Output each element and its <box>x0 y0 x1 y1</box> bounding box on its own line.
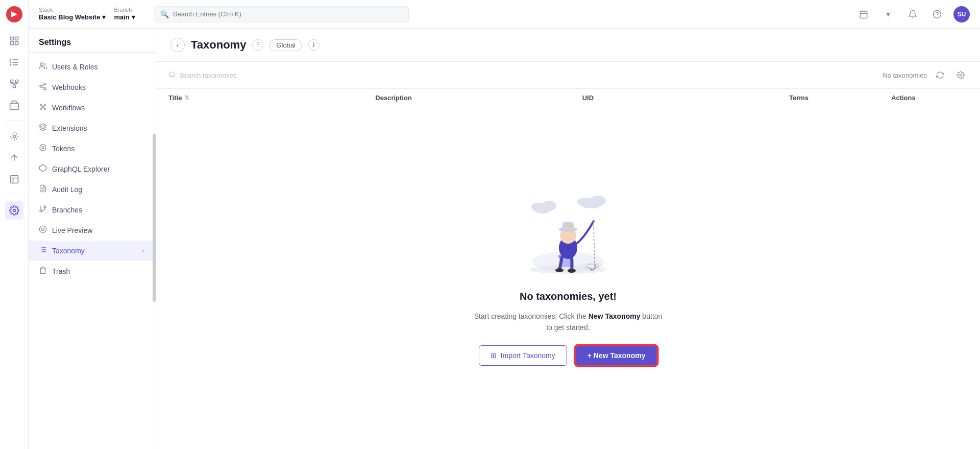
app-logo[interactable] <box>6 6 22 22</box>
settings-sidebar: Settings Users & Roles <box>29 29 156 449</box>
nav-divider <box>6 121 22 121</box>
nav-icon-environments[interactable] <box>5 127 23 146</box>
global-badge[interactable]: Global <box>270 39 302 51</box>
sidebar-item-tokens[interactable]: Tokens <box>29 138 156 159</box>
nav-icon-publish[interactable] <box>5 149 23 167</box>
refresh-button[interactable] <box>933 68 947 82</box>
svg-point-29 <box>44 83 46 85</box>
table-search-placeholder: Search taxonomies <box>180 72 236 79</box>
topbar-right: ▾ SU <box>855 6 970 22</box>
nav-icon-assets[interactable] <box>5 96 23 114</box>
table-search[interactable]: Search taxonomies <box>168 71 236 80</box>
sidebar-item-label: Users & Roles <box>52 63 97 71</box>
branch-name[interactable]: main ▾ <box>114 13 135 21</box>
sidebar-item-branches[interactable]: Branches <box>29 200 156 220</box>
import-icon: ⊞ <box>491 351 497 360</box>
svg-point-44 <box>42 147 44 149</box>
taxonomy-chevron-icon: › <box>142 247 144 254</box>
empty-state-title: No taxonomies, yet! <box>520 291 617 302</box>
sidebar-item-trash[interactable]: Trash <box>29 261 156 281</box>
new-taxonomy-button[interactable]: + New Taxonomy <box>575 345 658 366</box>
nav-icon-releases[interactable] <box>5 170 23 188</box>
sidebar-item-taxonomy[interactable]: Taxonomy › <box>29 241 156 261</box>
col-uid: UID <box>582 94 789 102</box>
sidebar-item-label: Tokens <box>52 145 75 153</box>
svg-point-77 <box>531 203 544 211</box>
no-taxonomies-label: No taxonomies <box>883 72 927 79</box>
sidebar-item-label: Workflows <box>52 104 85 112</box>
webhooks-icon <box>39 82 47 92</box>
svg-line-32 <box>42 87 44 88</box>
stack-name[interactable]: Basic Blog Website ▾ <box>39 13 106 21</box>
sidebar-item-graphql[interactable]: GraphQL Explorer <box>29 159 156 179</box>
workflows-icon <box>39 103 47 113</box>
branches-icon <box>39 205 47 215</box>
sidebar-item-label: Webhooks <box>52 83 86 91</box>
sidebar-item-extensions[interactable]: Extensions <box>29 118 156 138</box>
sort-icon[interactable]: ⇅ <box>184 94 189 101</box>
svg-line-33 <box>42 84 44 86</box>
svg-point-10 <box>10 64 11 65</box>
search-input[interactable] <box>173 10 402 18</box>
svg-point-52 <box>41 228 44 230</box>
taxonomy-page: ‹ Taxonomy ? Global ℹ Search tax <box>156 29 980 449</box>
page-title: Taxonomy <box>191 38 246 52</box>
search-icon: 🔍 <box>160 10 169 18</box>
nav-icon-schema[interactable] <box>5 75 23 93</box>
help-icon[interactable] <box>929 6 945 22</box>
sidebar-item-live-preview[interactable]: Live Preview <box>29 220 156 241</box>
svg-rect-20 <box>10 176 18 183</box>
table-search-icon <box>168 71 176 80</box>
icon-nav <box>0 0 29 449</box>
sidebar-item-users-roles[interactable]: Users & Roles <box>29 57 156 77</box>
user-avatar[interactable]: SU <box>953 6 970 22</box>
extensions-icon <box>39 123 47 133</box>
empty-actions: ⊞ Import Taxonomy + New Taxonomy <box>479 345 658 366</box>
sidebar-items: Users & Roles Webhooks <box>29 53 156 449</box>
nav-icon-content[interactable] <box>5 53 23 72</box>
nav-icon-settings[interactable] <box>5 201 23 220</box>
svg-rect-1 <box>10 37 13 40</box>
svg-point-8 <box>10 59 11 60</box>
nav-icon-dashboard[interactable] <box>5 32 23 50</box>
svg-line-42 <box>43 107 44 109</box>
svg-point-79 <box>590 196 606 206</box>
col-description: Description <box>375 94 582 102</box>
svg-point-80 <box>577 198 592 206</box>
svg-rect-2 <box>15 37 18 40</box>
sidebar-item-label: Audit Log <box>52 185 82 194</box>
svg-point-61 <box>960 74 962 76</box>
svg-rect-18 <box>10 103 18 110</box>
svg-rect-4 <box>10 42 13 45</box>
page-info-icon[interactable]: ℹ <box>308 39 320 51</box>
stack-label: Stack <box>39 7 106 13</box>
sidebar-item-label: Branches <box>52 206 82 214</box>
sidebar-item-workflows[interactable]: Workflows <box>29 98 156 118</box>
search-bar[interactable]: 🔍 <box>154 6 409 22</box>
page-help-icon[interactable]: ? <box>252 39 263 51</box>
users-roles-icon <box>39 62 47 72</box>
settings-button[interactable] <box>953 68 968 82</box>
svg-line-40 <box>43 105 44 107</box>
empty-desc-highlight: New Taxonomy <box>589 312 641 320</box>
stack-dropdown-icon: ▾ <box>102 13 106 21</box>
svg-point-68 <box>568 269 576 273</box>
svg-line-39 <box>41 105 42 107</box>
sidebar-item-label: Trash <box>52 267 70 275</box>
empty-illustration: ⚡ <box>517 191 619 282</box>
calendar-dropdown-icon[interactable]: ▾ <box>880 6 896 22</box>
back-button[interactable]: ‹ <box>170 38 185 52</box>
svg-rect-3 <box>15 42 18 45</box>
col-actions: Actions <box>891 94 968 102</box>
svg-point-59 <box>169 72 174 76</box>
svg-point-21 <box>13 209 15 212</box>
audit-log-icon <box>39 184 47 195</box>
stack-info: Stack Basic Blog Website ▾ <box>39 7 106 21</box>
calendar-icon[interactable] <box>855 6 872 22</box>
sidebar-item-webhooks[interactable]: Webhooks <box>29 77 156 98</box>
sidebar-item-audit-log[interactable]: Audit Log <box>29 179 156 200</box>
svg-rect-11 <box>10 80 13 83</box>
sidebar-item-label: Live Preview <box>52 226 92 234</box>
import-taxonomy-button[interactable]: ⊞ Import Taxonomy <box>479 345 567 366</box>
notifications-icon[interactable] <box>904 6 921 22</box>
